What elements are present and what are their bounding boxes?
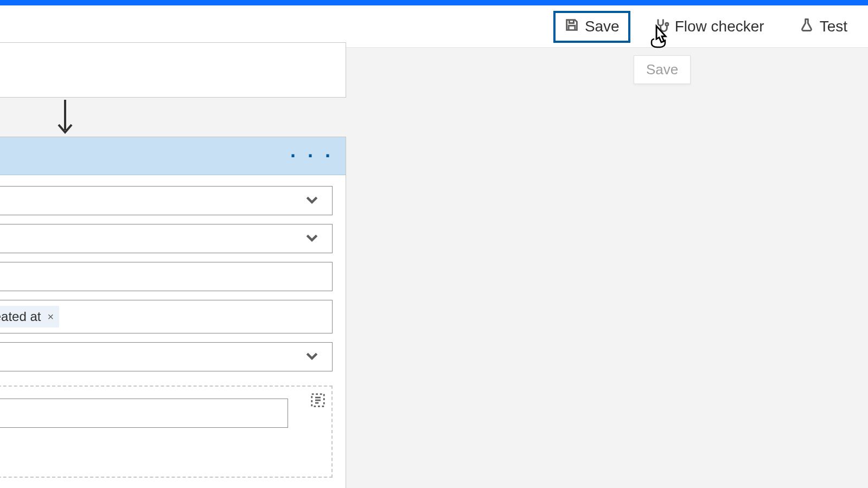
flow-canvas: · · · .) × xt <box>0 48 868 488</box>
action-card: · · · .) × xt <box>0 137 346 488</box>
remove-token-icon[interactable]: × <box>46 311 54 323</box>
action-card-body: .) × xt × User name × <box>0 175 346 488</box>
command-bar-right: Save Flow checker Test <box>553 5 864 48</box>
window-top-accent <box>0 0 868 5</box>
stethoscope-icon <box>654 17 669 36</box>
token-label: Created at <box>0 309 41 324</box>
chevron-down-icon <box>304 229 320 248</box>
flow-checker-button[interactable]: Flow checker <box>643 11 775 43</box>
card-more-actions[interactable]: · · · <box>290 145 334 168</box>
token-field-1[interactable]: .) × <box>0 262 333 291</box>
token-field-2[interactable]: xt × User name × Created at × <box>0 300 333 333</box>
dynamic-dropdown[interactable] <box>0 399 288 428</box>
flow-checker-label: Flow checker <box>675 18 764 35</box>
chevron-down-icon <box>304 191 320 210</box>
save-button-label: Save <box>585 18 620 35</box>
dynamic-content-area-1[interactable] <box>0 386 333 478</box>
previous-step-card[interactable] <box>0 42 346 98</box>
test-button[interactable]: Test <box>788 11 858 43</box>
beaker-icon <box>799 17 814 36</box>
dropdown-field-1[interactable] <box>0 186 333 215</box>
save-icon <box>564 17 579 36</box>
dynamic-content-icon[interactable] <box>310 392 326 410</box>
save-button[interactable]: Save <box>553 11 630 43</box>
command-bar: Save Flow checker Test <box>0 5 868 48</box>
chevron-down-icon <box>304 348 320 366</box>
test-button-label: Test <box>820 18 847 35</box>
twitter-token-createdat[interactable]: Created at × <box>0 306 59 328</box>
action-card-header[interactable]: · · · <box>0 137 346 175</box>
dropdown-field-2[interactable] <box>0 224 333 253</box>
svg-point-0 <box>665 23 668 25</box>
connector-arrow-icon <box>55 99 75 139</box>
dropdown-field-3[interactable] <box>0 342 333 371</box>
